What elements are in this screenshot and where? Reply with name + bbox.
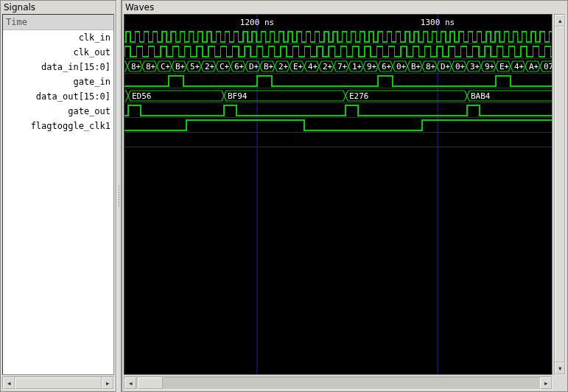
svg-text:1300 ns: 1300 ns xyxy=(421,18,455,27)
svg-text:2+: 2+ xyxy=(205,62,215,71)
svg-text:A+: A+ xyxy=(529,62,539,71)
svg-text:0+: 0+ xyxy=(455,62,466,71)
signal-row[interactable]: clk_in xyxy=(3,30,113,45)
scroll-right-icon[interactable]: ▸ xyxy=(102,377,113,389)
svg-text:6+: 6+ xyxy=(382,62,392,71)
svg-text:B+: B+ xyxy=(264,62,274,71)
svg-text:07: 07 xyxy=(544,62,552,71)
signals-list[interactable]: Time clk_in clk_out data_in[15:0] gate_i… xyxy=(2,14,114,375)
svg-text:0+: 0+ xyxy=(396,62,407,71)
svg-text:9+: 9+ xyxy=(485,62,495,71)
svg-text:8+: 8+ xyxy=(426,62,436,71)
svg-text:2+: 2+ xyxy=(323,62,333,71)
signals-hscrollbar[interactable]: ◂ ▸ xyxy=(2,377,114,390)
svg-text:D+: D+ xyxy=(441,62,451,71)
svg-text:6+: 6+ xyxy=(234,62,245,71)
svg-text:8+: 8+ xyxy=(146,62,156,71)
scroll-left-icon[interactable]: ◂ xyxy=(125,377,136,389)
signal-row[interactable]: gate_out xyxy=(3,104,113,119)
svg-text:E+: E+ xyxy=(499,62,510,71)
svg-text:B+: B+ xyxy=(175,62,186,71)
waves-hscrollbar[interactable]: ◂ ▸ xyxy=(124,377,553,390)
svg-text:7+: 7+ xyxy=(337,62,348,71)
scroll-track[interactable] xyxy=(136,377,540,389)
svg-text:E+: E+ xyxy=(293,62,304,71)
svg-text:1200 ns: 1200 ns xyxy=(240,18,274,27)
signal-row[interactable]: data_out[15:0] xyxy=(3,89,113,104)
signal-row[interactable]: data_in[15:0] xyxy=(3,60,113,74)
scroll-track[interactable] xyxy=(555,27,565,363)
svg-text:ED56: ED56 xyxy=(132,91,152,101)
svg-text:5+: 5+ xyxy=(190,62,200,71)
signal-row[interactable]: flagtoggle_clk1 xyxy=(3,119,113,133)
scroll-thumb[interactable] xyxy=(555,27,565,363)
signals-panel-title: Signals xyxy=(1,1,116,14)
waves-vscrollbar[interactable]: ▴ ▾ xyxy=(554,14,566,375)
svg-text:4+: 4+ xyxy=(514,62,525,71)
scroll-down-icon[interactable]: ▾ xyxy=(555,363,565,374)
scroll-left-icon[interactable]: ◂ xyxy=(3,377,15,389)
svg-text:3+: 3+ xyxy=(470,62,480,71)
scroll-thumb[interactable] xyxy=(15,377,102,389)
panel-splitter[interactable] xyxy=(116,0,122,392)
svg-text:E276: E276 xyxy=(349,91,369,101)
scroll-up-icon[interactable]: ▴ xyxy=(555,15,565,27)
scroll-thumb[interactable] xyxy=(138,377,163,389)
svg-text:BAB4: BAB4 xyxy=(471,91,491,101)
time-row[interactable]: Time xyxy=(3,15,113,30)
svg-text:C+: C+ xyxy=(161,62,171,71)
svg-text:8+: 8+ xyxy=(131,62,141,71)
signal-row[interactable]: clk_out xyxy=(3,45,113,60)
scroll-track[interactable] xyxy=(15,377,102,389)
waves-panel: Waves 1200 ns1300 ns8+8+C+B+5+2+C+6+D+B+… xyxy=(122,0,568,392)
scroll-right-icon[interactable]: ▸ xyxy=(540,377,552,389)
svg-text:C+: C+ xyxy=(220,62,230,71)
svg-text:B+: B+ xyxy=(411,62,421,71)
svg-text:BF94: BF94 xyxy=(228,91,248,101)
svg-text:D+: D+ xyxy=(249,62,259,71)
svg-text:9+: 9+ xyxy=(367,62,377,71)
signal-row[interactable]: gate_in xyxy=(3,74,113,89)
svg-text:1+: 1+ xyxy=(352,62,362,71)
signals-panel: Signals Time clk_in clk_out data_in[15:0… xyxy=(0,0,116,392)
svg-text:2+: 2+ xyxy=(278,62,289,71)
waves-panel-title: Waves xyxy=(122,1,567,14)
svg-text:4+: 4+ xyxy=(308,62,318,71)
waves-canvas[interactable]: 1200 ns1300 ns8+8+C+B+5+2+C+6+D+B+2+E+4+… xyxy=(124,14,553,375)
